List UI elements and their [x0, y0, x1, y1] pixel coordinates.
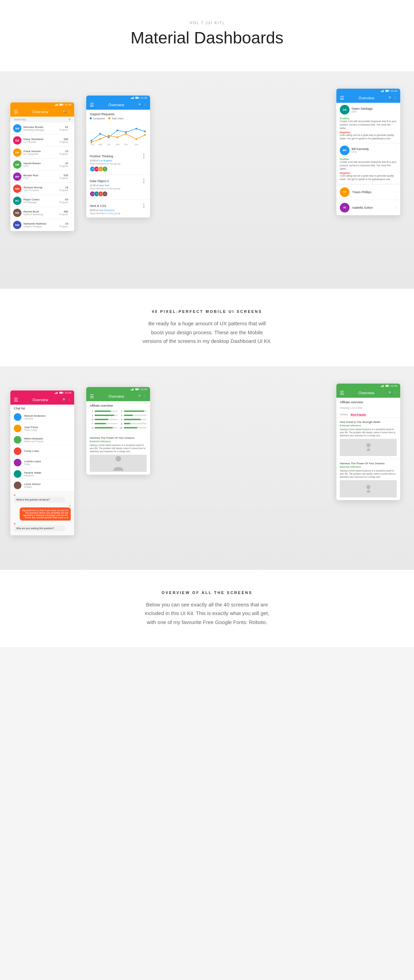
list-item[interactable]: RC Ralph Cortez PR Manager 63Projects › [10, 195, 74, 207]
vol-label: VOL 7 (UI KIT) [7, 21, 407, 25]
affiliate-tabs: Newest Most Popular [336, 412, 400, 418]
article-image-2 [340, 480, 397, 497]
bar-row: 3 4 [90, 414, 146, 417]
list-item[interactable]: DS Daisy Strickland Co-Founder 289Projec… [10, 135, 74, 146]
svg-rect-48 [133, 388, 134, 390]
svg-point-62 [366, 485, 371, 489]
meeting-item[interactable]: Positive Thinking ⋮ 10:00 in Los Angeles… [86, 150, 150, 175]
signal-icon [131, 97, 134, 99]
svg-rect-39 [386, 91, 388, 91]
svg-rect-41 [56, 392, 57, 394]
section-desc: Be ready for a huge amount of UX pattern… [142, 319, 272, 346]
chat-avatar [14, 470, 21, 478]
chat-item[interactable]: Corey Lowe [10, 445, 74, 457]
list-item[interactable]: NB Nicholas Brooks Marketing Manager 63P… [10, 123, 74, 135]
battery-icon [135, 97, 139, 99]
svg-rect-53 [381, 386, 382, 387]
chevron-icon: › [70, 127, 72, 130]
avatar: NM [13, 221, 21, 229]
svg-point-21 [91, 142, 92, 143]
signal-icon [131, 388, 134, 390]
meeting-item[interactable]: Data Object-C ⋮ 12:30 in New York Team M… [86, 175, 150, 200]
chat-avatar [14, 482, 21, 489]
list-item[interactable]: RM Richard Murray Vice President 19Proje… [10, 183, 74, 195]
simple-contact[interactable]: TP Travis Phillips › [336, 184, 400, 200]
chat-item[interactable]: Pauline WadeMaldives [10, 468, 74, 480]
screens-wrapper-1: 12:30 ☰ Overview 🔍 ⋮ Yesterday ⚙ NB [0, 89, 414, 268]
svg-point-22 [99, 138, 101, 140]
svg-rect-42 [57, 392, 57, 394]
svg-rect-10 [134, 97, 134, 99]
chat-item[interactable]: Manuel AndersonJamaica [10, 412, 74, 423]
svg-point-23 [108, 135, 110, 137]
tab-most-popular[interactable]: Most Popular [350, 413, 366, 416]
svg-text:2007: 2007 [107, 143, 111, 146]
right-overview-screen: 12:30 ☰ Overview 🔍 ⋮ OS Owen Santiago CE… [336, 89, 400, 215]
list-item[interactable]: BR Beulah Ruiz CTO 530Projects › [10, 171, 74, 183]
affiliate-header: ☰ Overview 🔍 ⋮ [86, 391, 150, 401]
avatar: FH [13, 148, 21, 157]
time-display: 12:30 [140, 96, 147, 99]
svg-rect-35 [382, 91, 382, 92]
tab-newest[interactable]: Newest [340, 413, 348, 416]
articles-list: How Great Is The Strength Belief Externa… [336, 418, 400, 501]
time-display: 12:30 [140, 388, 147, 391]
svg-point-52 [116, 456, 121, 461]
svg-rect-54 [382, 385, 382, 387]
chat-avatar [14, 447, 21, 455]
article-image [340, 439, 397, 456]
svg-point-60 [366, 443, 371, 447]
contact-row: OS Owen Santiago CEO ⋮ [336, 103, 400, 115]
signal-icon [55, 391, 58, 394]
avatar: NB [13, 124, 21, 132]
chat-user-list: Manuel AndersonJamaica Juan PerezTimor-L… [10, 412, 74, 491]
chevron-icon: › [70, 211, 72, 215]
chat-item[interactable]: Milton AlvaradoWallis and Futuna [10, 434, 74, 445]
avatar: RM [13, 185, 21, 193]
screens-wrapper-2: 12:30 ☰ Overview 🔍 ⋮ Chat list Manuel An… [0, 383, 414, 549]
list-item[interactable]: HB Harold Bowen CFO 20Projects › [10, 159, 74, 171]
avatar: BR [13, 172, 21, 181]
simple-contact[interactable]: IS Isabella Sutton › [336, 200, 400, 215]
battery-icon [135, 388, 139, 390]
page-title: Material Dashboards [7, 28, 407, 47]
line-chart: 2005 2006 2007 2008 2009 2010 [90, 122, 146, 146]
contact-avatar: IS [340, 203, 349, 213]
svg-point-17 [116, 130, 118, 131]
svg-point-14 [91, 140, 92, 142]
avatar: DS [13, 136, 21, 145]
battery-icon [385, 385, 390, 387]
contact-row: BK Bill Kennedy CTO ⋮ [336, 143, 400, 156]
chat-header: ☰ Overview 🔍 ⋮ [10, 395, 74, 405]
orange-header: ☰ Overview 🔍 ⋮ [10, 107, 74, 116]
svg-rect-1 [56, 105, 57, 106]
bottom-text-section: OVERVIEW OF ALL THE SCREENS Below you ca… [0, 570, 414, 648]
chevron-icon: › [70, 223, 72, 227]
chat-item[interactable]: Juan PerezTimor-Leste [10, 423, 74, 434]
orange-overview-screen: 12:30 ☰ Overview 🔍 ⋮ Yesterday ⚙ NB [10, 102, 74, 231]
list-item[interactable]: NM Nathaniel Martinez Graphic Designer 1… [10, 219, 74, 231]
contact-avatar: TP [340, 187, 349, 197]
chat-item[interactable]: Lizzie NelsonKiribati [10, 480, 74, 491]
svg-text:2009: 2009 [124, 143, 128, 146]
chat-avatar [14, 459, 21, 466]
chat-item[interactable]: Loretta LopezCuba [10, 457, 74, 468]
mini-avatar: H [102, 191, 108, 197]
chevron-icon: › [70, 199, 72, 203]
chevron-icon: › [70, 163, 72, 167]
article-item: How Great Is The Strength Belief Externa… [336, 418, 400, 459]
signal-icon [381, 90, 384, 92]
bar-row: 5 6 [90, 418, 146, 421]
bottom-section-desc: Below you can see exactly all the 40 scr… [142, 600, 272, 627]
avatar: RC [13, 197, 21, 205]
chevron-icon: › [70, 187, 72, 191]
svg-rect-50 [139, 389, 139, 390]
affiliate-screen: 12:30 ☰ Overview 🔍 ⋮ Affiliate overview … [86, 387, 150, 475]
svg-rect-36 [383, 90, 384, 92]
svg-point-24 [116, 137, 118, 138]
list-item[interactable]: FH Frank Herrera Sr. Copywriter 19Projec… [10, 146, 74, 159]
meeting-item[interactable]: Html & CSS ⋮ 09:00 in San Francisco Team… [86, 200, 150, 218]
chevron-icon: › [70, 151, 72, 154]
list-item[interactable]: RB Rachel Bush Head of Marketing 380Proj… [10, 207, 74, 219]
svg-rect-47 [132, 389, 132, 390]
